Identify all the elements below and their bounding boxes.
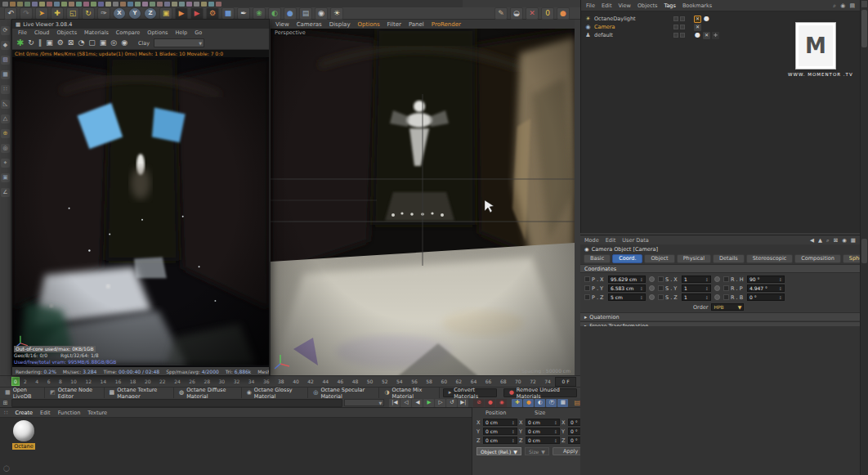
mini-tool-icon[interactable] xyxy=(10,2,16,7)
add-camera-icon[interactable]: ◉ xyxy=(315,7,328,20)
timeline-tick[interactable]: 34 xyxy=(248,379,255,384)
xpresso-tag-icon[interactable]: ✕ xyxy=(526,7,539,20)
sphere-tag-icon[interactable]: ● xyxy=(557,7,570,20)
timeline-tick[interactable]: 4 xyxy=(35,379,38,384)
object-tag[interactable]: ● xyxy=(703,16,710,23)
up-icon[interactable]: ▲ xyxy=(818,237,822,244)
add-spline-icon[interactable]: ✒ xyxy=(237,7,250,20)
attribute-tab[interactable]: Details xyxy=(713,254,745,263)
material-menu-item[interactable]: Edit xyxy=(40,410,51,416)
mini-tool-icon[interactable] xyxy=(201,2,207,7)
move-tool-icon[interactable]: ✚ xyxy=(51,7,64,20)
rotation-value-field[interactable]: 0 °↕ xyxy=(747,294,785,301)
record-rotation-button[interactable]: ◐ xyxy=(535,399,545,407)
material-menu-item[interactable]: Texture xyxy=(87,410,107,416)
render-region-icon[interactable]: ◔ xyxy=(78,39,84,47)
live-viewer-menu-item[interactable]: Options xyxy=(147,29,168,36)
attribute-tab[interactable]: Composition xyxy=(794,254,841,263)
timeline-tick[interactable]: 30 xyxy=(219,379,226,384)
key-checkbox[interactable] xyxy=(723,276,729,282)
mini-tool-icon[interactable] xyxy=(135,2,141,7)
attribute-tab[interactable]: Coord. xyxy=(612,254,642,263)
timeline-tick[interactable]: 14 xyxy=(101,379,107,384)
timeline-tick[interactable]: 32 xyxy=(234,379,240,384)
timeline-tick[interactable]: 28 xyxy=(204,379,210,384)
mini-tool-icon[interactable] xyxy=(142,2,148,7)
live-viewer-menu-item[interactable]: Cloud xyxy=(34,29,50,36)
mini-tool-icon[interactable] xyxy=(69,2,74,7)
right-scrollbar[interactable] xyxy=(860,0,868,475)
mini-tool-icon[interactable] xyxy=(208,2,214,7)
timeline-tick[interactable]: 64 xyxy=(471,379,477,384)
key-checkbox[interactable] xyxy=(584,276,590,282)
mini-tool-icon[interactable] xyxy=(61,2,67,7)
current-frame-field[interactable]: 0 F xyxy=(555,377,576,387)
scrollbar-thumb[interactable] xyxy=(861,239,867,263)
goto-start-button[interactable]: |◀ xyxy=(389,399,400,407)
object-name[interactable]: Camera xyxy=(594,24,663,30)
convert-materials-button[interactable]: ▸ Convert Materials xyxy=(443,388,497,397)
scrollbar-button[interactable] xyxy=(861,1,867,7)
key-checkbox[interactable] xyxy=(584,294,590,300)
filter-icon[interactable]: ◉ xyxy=(840,2,845,9)
lock-resolution-icon[interactable]: ⊠ xyxy=(68,39,74,47)
keyframe-dot[interactable] xyxy=(649,276,655,282)
mini-tool-icon[interactable] xyxy=(76,2,82,7)
rotate-tool-icon[interactable]: ↻ xyxy=(82,7,95,20)
octane-specular-material-button[interactable]: ◎ Octane Specular Material xyxy=(308,388,379,398)
previous-frame-button[interactable]: ◀ xyxy=(412,399,423,407)
y-axis-lock-icon[interactable]: Y xyxy=(128,7,141,20)
add-deformer-icon[interactable]: ◐ xyxy=(268,7,281,20)
material-thumbnail[interactable]: Octane xyxy=(10,420,38,450)
key-checkbox[interactable] xyxy=(658,294,664,300)
timeline-tick[interactable]: 20 xyxy=(145,379,151,384)
attribute-tab[interactable]: Stereoscopic xyxy=(746,254,794,263)
position-value-field[interactable]: 5 cm↕ xyxy=(608,294,646,301)
mini-tool-icon[interactable] xyxy=(54,2,60,7)
live-viewer-menu-item[interactable]: Help xyxy=(175,29,187,36)
open-livedb-button[interactable]: ▦ Open LiveDB xyxy=(0,388,45,398)
viewport-solo-icon[interactable]: ◎ xyxy=(1,144,10,153)
timeline-tick[interactable]: 26 xyxy=(189,379,195,384)
film-region-icon[interactable]: ▢ xyxy=(88,39,96,47)
coordinates-section-header[interactable]: Coordinates xyxy=(580,264,860,273)
history-icon[interactable]: ◉ xyxy=(842,237,847,244)
clay-mode-select[interactable]: ▼ xyxy=(154,38,204,47)
viewport-menu-item[interactable]: View xyxy=(275,21,289,28)
add-environment-icon[interactable]: ● xyxy=(284,7,297,20)
keyframe-dot[interactable] xyxy=(649,294,655,300)
position-field[interactable]: 0 cm↕ xyxy=(483,419,517,426)
timeline-tick[interactable]: 44 xyxy=(322,379,329,384)
model-mode-icon[interactable]: ◆ xyxy=(1,41,10,50)
protection-tag-icon[interactable]: 0 xyxy=(541,7,554,20)
render-settings-gear-icon[interactable]: ⚙ xyxy=(57,39,64,47)
remove-unused-materials-button[interactable]: ● Remove Unused Materials xyxy=(503,388,577,397)
points-mode-icon[interactable]: ∷ xyxy=(1,85,10,94)
timeline-tick[interactable]: 6 xyxy=(47,379,51,384)
timeline-tick[interactable]: 70 xyxy=(515,379,521,384)
stop-render-icon[interactable]: ▣ xyxy=(46,39,53,47)
mini-tool-icon[interactable] xyxy=(157,2,163,7)
key-checkbox[interactable] xyxy=(658,285,664,291)
object-tag[interactable] xyxy=(712,16,719,23)
mini-tool-icon[interactable] xyxy=(194,2,199,7)
viewport-menu-item[interactable]: Options xyxy=(358,21,380,28)
timeline-tick[interactable]: 74 xyxy=(544,379,551,384)
scroll-handle-icon[interactable]: ◯ xyxy=(3,465,10,472)
clip-region-icon[interactable]: ▣ xyxy=(100,39,107,47)
position-field[interactable]: 0 cm↕ xyxy=(483,437,517,444)
visibility-dots[interactable] xyxy=(673,16,685,21)
mini-tool-icon[interactable] xyxy=(25,2,30,7)
material-picker-icon[interactable]: ◉ xyxy=(121,39,128,47)
attribute-tab[interactable]: Physical xyxy=(677,254,711,263)
live-selection-icon[interactable]: ➤ xyxy=(35,7,48,20)
coordinate-system-icon[interactable]: ▣ xyxy=(159,7,172,20)
timeline-tick[interactable]: 10 xyxy=(70,379,77,384)
mini-tool-icon[interactable] xyxy=(164,2,170,7)
scale-value-field[interactable]: 1↕ xyxy=(682,294,711,301)
mini-tool-icon[interactable] xyxy=(186,2,192,7)
position-value-field[interactable]: 95.629 cm↕ xyxy=(608,276,646,283)
object-manager-menu-item[interactable]: Bookmarks xyxy=(682,2,712,9)
next-frame-button[interactable]: ▷ xyxy=(435,399,445,407)
scale-value-field[interactable]: 1↕ xyxy=(682,285,711,292)
